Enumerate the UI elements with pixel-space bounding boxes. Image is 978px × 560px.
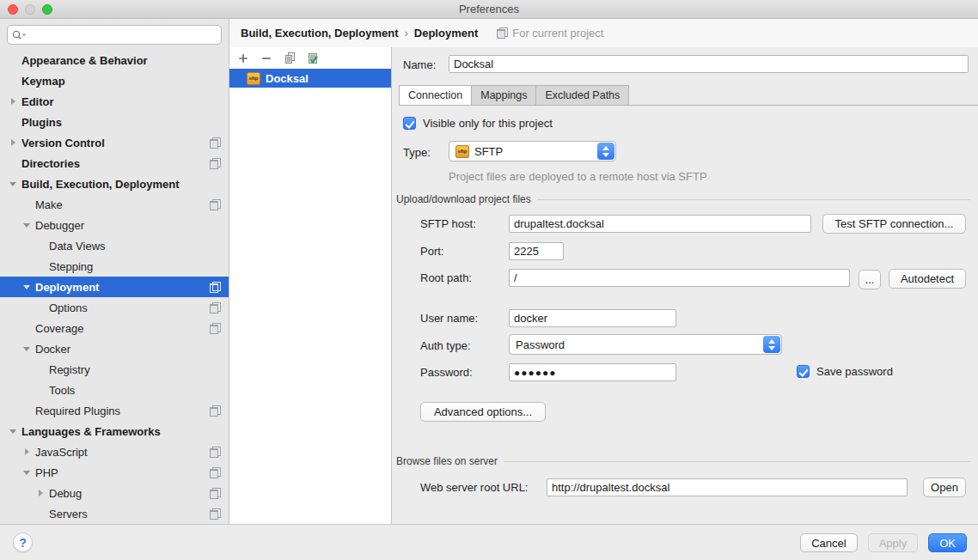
open-button[interactable]: Open [923, 478, 966, 497]
tab-connection[interactable]: Connection [399, 85, 472, 105]
tab-mappings[interactable]: Mappings [471, 85, 536, 105]
sidebar-item-editor[interactable]: Editor [0, 91, 229, 112]
chevron-down-icon[interactable] [21, 338, 33, 359]
sidebar-item-label: Version Control [21, 137, 105, 149]
sidebar-item-languages-frameworks[interactable]: Languages & Frameworks [0, 421, 229, 441]
arrow-spacer [34, 359, 46, 380]
sidebar-item-deployment[interactable]: Deployment [0, 277, 229, 297]
project-level-icon [210, 302, 221, 313]
ok-button[interactable]: OK [928, 533, 967, 552]
save-password-checkbox[interactable] [797, 365, 810, 378]
type-select[interactable]: sftp SFTP [449, 141, 616, 161]
sidebar-item-directories[interactable]: Directories [0, 153, 229, 173]
sidebar-item-appearance-behavior[interactable]: Appearance & Behavior [0, 50, 229, 70]
sidebar-item-make[interactable]: Make [0, 194, 229, 215]
sidebar-item-php[interactable]: PHP [0, 462, 229, 483]
sidebar-item-label: Required Plugins [35, 405, 120, 417]
sftp-file-icon: sftp [247, 72, 260, 85]
project-level-icon [210, 323, 221, 334]
arrow-spacer [34, 256, 46, 277]
sidebar-item-registry[interactable]: Registry [0, 359, 229, 380]
sidebar-item-stepping[interactable]: Stepping [0, 256, 229, 277]
help-button[interactable]: ? [13, 533, 33, 552]
advanced-options-button[interactable]: Advanced options... [420, 402, 546, 422]
chevron-right-icon[interactable] [34, 483, 46, 503]
password-input[interactable] [509, 363, 676, 381]
settings-sidebar: Appearance & BehaviorKeymapEditorPlugins… [0, 19, 229, 524]
chevron-right-icon[interactable] [7, 132, 19, 153]
remove-icon[interactable] [260, 52, 273, 65]
sidebar-item-javascript[interactable]: JavaScript [0, 441, 229, 462]
breadcrumb-separator: › [404, 27, 407, 40]
settings-tree: Appearance & BehaviorKeymapEditorPlugins… [0, 48, 229, 524]
use-as-default-icon[interactable] [306, 52, 320, 65]
add-icon[interactable] [236, 52, 250, 65]
sidebar-item-servers[interactable]: Servers [0, 503, 229, 524]
close-window-button[interactable] [8, 4, 18, 15]
sidebar-item-build-execution-deployment[interactable]: Build, Execution, Deployment [0, 173, 229, 194]
chevron-right-icon[interactable] [21, 441, 33, 462]
sidebar-item-debug[interactable]: Debug [0, 483, 229, 503]
apply-button[interactable]: Apply [868, 533, 919, 552]
type-hint: Project files are deployed to a remote h… [449, 170, 707, 183]
chevron-right-icon[interactable] [7, 91, 19, 112]
sftp-host-input[interactable] [509, 215, 811, 233]
sftp-icon: sftp [455, 145, 469, 158]
section-browse-files: Browse files on server [396, 455, 971, 467]
chevron-down-icon[interactable] [7, 173, 19, 194]
minimize-window-button [25, 4, 35, 15]
sidebar-item-tools[interactable]: Tools [0, 380, 229, 400]
sidebar-item-plugins[interactable]: Plugins [0, 112, 229, 132]
user-name-input[interactable] [509, 309, 676, 327]
chevron-down-icon[interactable] [21, 462, 33, 483]
server-list-item-docksal[interactable]: sftp Docksal [229, 69, 391, 88]
breadcrumb-part1[interactable]: Build, Execution, Deployment [241, 27, 398, 40]
sidebar-item-label: Languages & Frameworks [21, 425, 161, 438]
sidebar-item-label: Plugins [21, 116, 62, 129]
arrow-spacer [21, 400, 33, 421]
zoom-window-button[interactable] [42, 4, 52, 15]
port-input[interactable] [509, 242, 564, 260]
test-sftp-connection-button[interactable]: Test SFTP connection... [822, 214, 966, 234]
visible-only-label: Visible only for this project [423, 117, 553, 130]
arrow-spacer [7, 112, 19, 132]
sidebar-item-options[interactable]: Options [0, 297, 229, 318]
window-title: Preferences [0, 0, 978, 18]
sidebar-item-label: Debug [49, 487, 82, 500]
cancel-button[interactable]: Cancel [800, 533, 857, 552]
tab-excluded-paths[interactable]: Excluded Paths [535, 85, 629, 105]
sidebar-item-data-views[interactable]: Data Views [0, 235, 229, 256]
project-level-icon [210, 137, 221, 149]
chevron-down-icon[interactable] [7, 421, 19, 441]
sidebar-item-version-control[interactable]: Version Control [0, 132, 229, 153]
sidebar-item-required-plugins[interactable]: Required Plugins [0, 400, 229, 421]
sidebar-item-label: Editor [21, 95, 54, 108]
sidebar-item-docker[interactable]: Docker [0, 338, 229, 359]
browse-root-path-button[interactable]: ... [859, 270, 881, 289]
sidebar-item-label: Deployment [35, 281, 99, 294]
sidebar-item-label: Directories [21, 157, 80, 170]
chevron-down-icon[interactable] [21, 277, 33, 297]
sidebar-item-keymap[interactable]: Keymap [0, 70, 229, 91]
project-level-icon [497, 27, 508, 39]
port-label: Port: [420, 245, 443, 258]
settings-search-box[interactable] [7, 25, 222, 45]
name-input[interactable] [449, 55, 969, 73]
deployment-form: Name: ConnectionMappingsExcluded Paths V… [392, 47, 978, 524]
autodetect-button[interactable]: Autodetect [889, 269, 966, 289]
sidebar-item-debugger[interactable]: Debugger [0, 215, 229, 235]
sidebar-item-coverage[interactable]: Coverage [0, 318, 229, 338]
sidebar-item-label: Servers [49, 508, 88, 520]
auth-type-select[interactable]: Password [509, 334, 782, 355]
web-root-input[interactable] [547, 478, 908, 496]
visible-only-checkbox[interactable] [403, 117, 416, 130]
copy-icon[interactable] [283, 52, 296, 65]
dropdown-arrows-icon [597, 143, 614, 160]
root-path-label: Root path: [420, 271, 472, 284]
search-input[interactable] [29, 29, 217, 41]
chevron-down-icon[interactable] [21, 215, 33, 235]
type-value: SFTP [474, 145, 503, 158]
arrow-spacer [7, 50, 19, 70]
root-path-input[interactable] [509, 269, 850, 287]
name-label: Name: [403, 58, 436, 71]
